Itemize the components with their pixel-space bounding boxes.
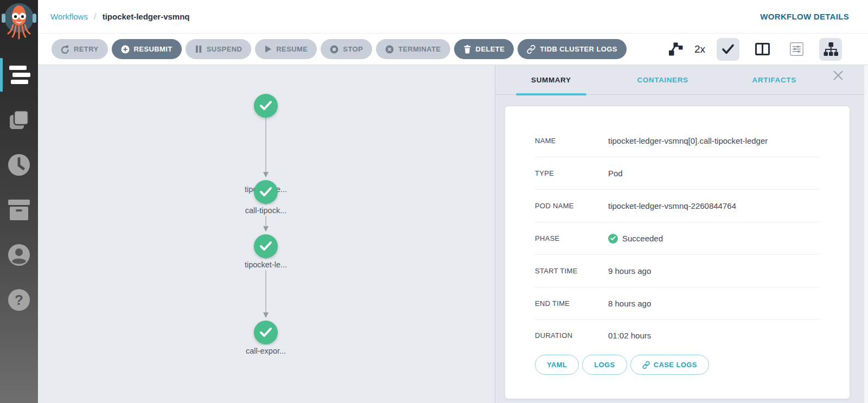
- close-icon: [832, 69, 844, 81]
- graph-layout-icon[interactable]: [668, 42, 683, 56]
- button-label: RESUBMIT: [134, 45, 173, 53]
- resubmit-icon: [121, 45, 130, 54]
- row-value: 01:02 hours: [608, 331, 651, 340]
- zoom-level-label[interactable]: 2x: [694, 43, 705, 55]
- workflow-node[interactable]: [254, 180, 278, 204]
- checkmark-icon: [722, 43, 735, 55]
- app-root: ? Workflows / tipocket-ledger-vsmnq WORK…: [0, 0, 868, 403]
- breadcrumb: Workflows / tipocket-ledger-vsmnq WORKFL…: [38, 0, 868, 34]
- button-label: CASE LOGS: [654, 361, 697, 369]
- summary-row-end-time: END TIME 8 hours ago: [535, 287, 820, 320]
- succeeded-check-icon: [608, 234, 618, 244]
- pause-icon: [195, 45, 202, 53]
- content-row: tipocket-le... call-tipock... tipocket-l…: [38, 65, 868, 403]
- retry-button[interactable]: RETRY: [52, 39, 108, 59]
- tab-summary[interactable]: SUMMARY: [495, 65, 607, 94]
- close-panel-button[interactable]: [830, 67, 846, 84]
- node-label[interactable]: tipocket-le...: [220, 259, 312, 270]
- user-icon: [8, 244, 30, 266]
- sidebar-item-archive[interactable]: [0, 197, 38, 223]
- node-details-panel: SUMMARY CONTAINERS ARTIFACTS NAME tipock…: [495, 65, 868, 403]
- panel-tabs: SUMMARY CONTAINERS ARTIFACTS: [495, 65, 868, 95]
- logs-button[interactable]: LOGS: [582, 355, 627, 375]
- row-label: TYPE: [535, 169, 608, 177]
- node-label[interactable]: call-expor...: [220, 346, 312, 356]
- row-value: tipocket-ledger-vsmnq[0].call-tipocket-l…: [608, 136, 768, 145]
- link-icon: [527, 45, 535, 54]
- case-logs-button[interactable]: CASE LOGS: [630, 355, 709, 375]
- argo-logo-icon: [0, 0, 38, 46]
- row-value: Succeeded: [608, 234, 663, 244]
- workflow-graph-pane[interactable]: tipocket-le... call-tipock... tipocket-l…: [38, 65, 495, 403]
- workflow-node[interactable]: [254, 94, 278, 118]
- row-label: NAME: [535, 137, 608, 145]
- success-check-icon: [259, 187, 272, 197]
- breadcrumb-workflows-link[interactable]: Workflows: [50, 12, 88, 21]
- retry-icon: [61, 45, 69, 54]
- trash-icon: [463, 45, 471, 54]
- link-icon: [642, 361, 650, 369]
- row-label: PHASE: [535, 234, 608, 242]
- breadcrumb-separator: /: [94, 11, 97, 22]
- cron-clock-icon: [8, 153, 30, 176]
- workflows-list-icon: [9, 66, 29, 84]
- show-succeeded-toggle[interactable]: [717, 38, 739, 61]
- phase-text: Succeeded: [622, 234, 663, 243]
- sidebar-item-workflows[interactable]: [0, 62, 38, 88]
- resubmit-button[interactable]: RESUBMIT: [112, 39, 182, 59]
- templates-layers-icon: [8, 108, 30, 131]
- terminate-button[interactable]: TERMINATE: [376, 39, 450, 59]
- sidebar-item-help[interactable]: ?: [0, 287, 38, 313]
- row-label: DURATION: [535, 331, 608, 340]
- row-value: 9 hours ago: [608, 266, 651, 276]
- summary-row-name: NAME tipocket-ledger-vsmnq[0].call-tipoc…: [535, 125, 820, 157]
- sidebar-item-templates[interactable]: [0, 107, 38, 133]
- toolbar-right: 2x: [668, 38, 842, 61]
- row-value: Pod: [608, 169, 623, 178]
- summary-row-pod-name: POD NAME tipocket-ledger-vsmnq-226084476…: [535, 190, 820, 222]
- panel-scrollbar[interactable]: [864, 65, 868, 403]
- tree-view-toggle[interactable]: [819, 38, 842, 61]
- main-column: Workflows / tipocket-ledger-vsmnq WORKFL…: [38, 0, 868, 403]
- summary-row-start-time: START TIME 9 hours ago: [535, 255, 820, 287]
- columns-icon: [755, 43, 770, 55]
- sidebar-item-user[interactable]: [0, 242, 38, 268]
- yaml-button[interactable]: YAML: [535, 355, 579, 375]
- button-label: RESUME: [276, 45, 308, 53]
- success-check-icon: [259, 327, 272, 338]
- resume-button[interactable]: RESUME: [255, 39, 317, 59]
- sidebar-item-cron[interactable]: [0, 152, 38, 178]
- row-label: POD NAME: [535, 202, 608, 210]
- summary-card: NAME tipocket-ledger-vsmnq[0].call-tipoc…: [505, 106, 850, 399]
- terminate-icon: [385, 45, 394, 54]
- node-label[interactable]: call-tipock...: [220, 205, 312, 216]
- sliders-icon: [790, 42, 803, 56]
- summary-row-type: TYPE Pod: [535, 157, 820, 190]
- tab-artifacts[interactable]: ARTIFACTS: [718, 65, 830, 94]
- row-value: tipocket-ledger-vsmnq-2260844764: [608, 201, 736, 210]
- node-options-toggle[interactable]: [785, 38, 808, 61]
- button-label: TERMINATE: [398, 45, 441, 53]
- toolbar: RETRY RESUBMIT SUSPEND RE: [38, 34, 868, 65]
- stop-icon: [330, 45, 339, 54]
- success-check-icon: [259, 100, 272, 111]
- button-label: RETRY: [74, 45, 99, 53]
- tidb-cluster-logs-button[interactable]: TIDB CLUSTER LOGS: [518, 39, 627, 59]
- stop-button[interactable]: STOP: [321, 39, 372, 59]
- split-columns-toggle[interactable]: [751, 38, 774, 61]
- button-label: SUSPEND: [207, 45, 242, 53]
- suspend-button[interactable]: SUSPEND: [186, 39, 252, 59]
- row-label: END TIME: [535, 299, 608, 308]
- button-label: STOP: [343, 45, 363, 53]
- row-label: START TIME: [535, 267, 608, 275]
- workflow-node[interactable]: [254, 234, 278, 258]
- delete-button[interactable]: DELETE: [454, 39, 514, 59]
- summary-row-duration: DURATION 01:02 hours: [535, 320, 820, 350]
- workflow-node[interactable]: [254, 321, 278, 344]
- tab-containers[interactable]: CONTAINERS: [607, 65, 719, 94]
- button-label: DELETE: [476, 45, 505, 53]
- help-icon: ?: [8, 289, 30, 311]
- sitemap-tree-icon: [824, 42, 838, 56]
- page-title: WORKFLOW DETAILS: [760, 12, 849, 21]
- row-value: 8 hours ago: [608, 299, 651, 308]
